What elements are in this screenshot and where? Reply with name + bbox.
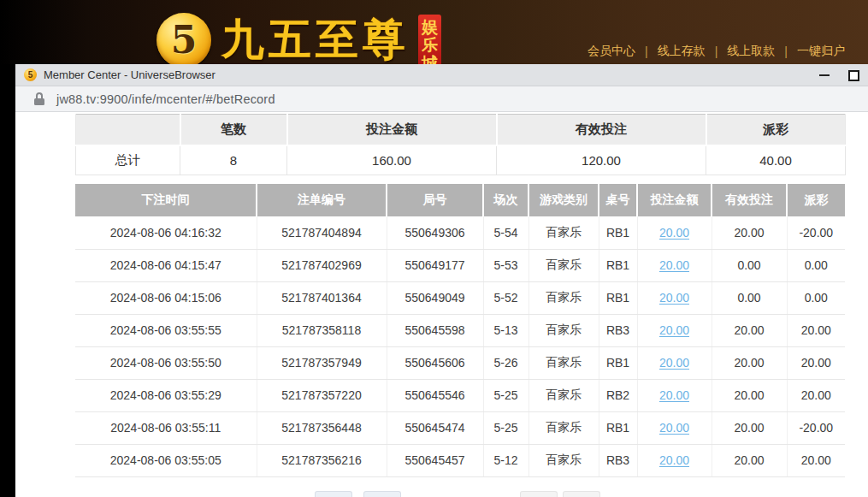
cell-bet-id: 521787402969 bbox=[257, 249, 387, 281]
bet-amount-link[interactable]: 20.00 bbox=[659, 388, 689, 402]
column-header-session: 场次 bbox=[483, 184, 528, 216]
cell-game-type: 百家乐 bbox=[528, 346, 599, 379]
cell-table-no: RB1 bbox=[599, 346, 637, 379]
nav-item[interactable]: 一键归户 bbox=[797, 44, 845, 59]
bet-table-body: 2024-08-06 04:16:32521787404894550649306… bbox=[75, 216, 845, 476]
nav-item[interactable]: 会员中心 bbox=[588, 44, 635, 59]
cell-bet-time: 2024-08-06 03:55:55 bbox=[75, 314, 257, 346]
cell-payout: -20.00 bbox=[787, 216, 845, 249]
minimize-button[interactable] bbox=[810, 64, 839, 86]
bet-amount-link[interactable]: 20.00 bbox=[659, 453, 689, 467]
summary-total-label: 总计 bbox=[76, 145, 180, 175]
pagination-button-1[interactable] bbox=[315, 491, 352, 497]
cell-session: 5-52 bbox=[483, 281, 528, 314]
maximize-button[interactable] bbox=[839, 64, 868, 86]
cell-table-no: RB1 bbox=[599, 281, 637, 314]
cell-bet-id: 521787404894 bbox=[257, 216, 387, 249]
cell-payout: -20.00 bbox=[787, 411, 845, 444]
bet-row: 2024-08-06 04:15:47521787402969550649177… bbox=[75, 249, 845, 281]
cell-valid-bet: 20.00 bbox=[712, 379, 787, 411]
cell-round-id: 550645474 bbox=[387, 411, 483, 444]
cell-valid-bet: 20.00 bbox=[712, 444, 787, 476]
url-text[interactable]: jw88.tv:9900/infe/mcenter/#/betRecord bbox=[56, 92, 275, 106]
nav-separator: | bbox=[784, 44, 788, 58]
bet-amount-link[interactable]: 20.00 bbox=[659, 291, 689, 305]
cell-table-no: RB3 bbox=[599, 444, 637, 476]
lock-icon bbox=[34, 92, 44, 105]
browser-window: 5 Member Center - UniverseBrowser jw88.t… bbox=[15, 64, 868, 497]
summary-header-valid-bet: 有效投注 bbox=[497, 115, 706, 145]
cell-bet-amount: 20.00 bbox=[637, 281, 712, 314]
window-title: Member Center - UniverseBrowser bbox=[44, 68, 216, 81]
cell-session: 5-25 bbox=[483, 411, 528, 444]
cell-game-type: 百家乐 bbox=[528, 249, 599, 281]
bet-amount-link[interactable]: 20.00 bbox=[659, 258, 689, 272]
cell-bet-id: 521787357220 bbox=[257, 379, 387, 411]
bet-row: 2024-08-06 03:55:11521787356448550645474… bbox=[75, 411, 845, 444]
cell-session: 5-53 bbox=[483, 249, 528, 281]
cell-game-type: 百家乐 bbox=[528, 216, 599, 249]
cell-valid-bet: 20.00 bbox=[712, 216, 787, 249]
bet-row: 2024-08-06 03:55:05521787356216550645457… bbox=[75, 444, 845, 476]
column-header-round-id: 局号 bbox=[387, 184, 483, 216]
pagination-button-3[interactable] bbox=[520, 491, 558, 497]
nav-item[interactable]: 线上取款 bbox=[727, 44, 775, 59]
cell-bet-amount: 20.00 bbox=[637, 346, 712, 379]
app-icon: 5 bbox=[24, 68, 37, 81]
cell-bet-amount: 20.00 bbox=[637, 249, 712, 281]
cell-bet-amount: 20.00 bbox=[637, 444, 712, 476]
column-header-bet-amount: 投注金额 bbox=[637, 184, 712, 216]
cell-game-type: 百家乐 bbox=[528, 444, 599, 476]
cell-payout: 20.00 bbox=[787, 379, 845, 411]
cell-session: 5-25 bbox=[483, 379, 528, 411]
cell-game-type: 百家乐 bbox=[528, 379, 599, 411]
badge-char: 娱 bbox=[422, 18, 438, 36]
cell-bet-id: 521787356448 bbox=[257, 411, 387, 444]
cell-bet-time: 2024-08-06 04:15:06 bbox=[75, 281, 257, 314]
cell-game-type: 百家乐 bbox=[528, 281, 599, 314]
badge-char: 乐 bbox=[422, 36, 438, 54]
cell-payout: 20.00 bbox=[787, 444, 845, 476]
minimize-icon bbox=[819, 74, 830, 76]
cell-bet-time: 2024-08-06 04:16:32 bbox=[75, 216, 257, 249]
cell-round-id: 550649177 bbox=[387, 249, 483, 281]
maximize-icon bbox=[848, 70, 859, 81]
bet-row: 2024-08-06 03:55:50521787357949550645606… bbox=[75, 346, 845, 379]
summary-header-count: 笔数 bbox=[180, 115, 287, 145]
cell-table-no: RB3 bbox=[599, 314, 637, 346]
cell-game-type: 百家乐 bbox=[528, 411, 599, 444]
cell-bet-time: 2024-08-06 03:55:50 bbox=[75, 346, 257, 379]
nav-item[interactable]: 线上存款 bbox=[658, 44, 706, 59]
summary-header-empty bbox=[76, 115, 180, 145]
cell-round-id: 550649049 bbox=[387, 281, 483, 314]
url-bar[interactable]: jw88.tv:9900/infe/mcenter/#/betRecord bbox=[15, 86, 868, 112]
cell-bet-id: 521787357949 bbox=[257, 346, 387, 379]
cell-round-id: 550645606 bbox=[387, 346, 483, 379]
summary-total-count: 8 bbox=[180, 145, 287, 175]
column-header-payout: 派彩 bbox=[787, 184, 845, 216]
site-title: 九五至尊 bbox=[221, 11, 410, 68]
pagination-button-2[interactable] bbox=[363, 491, 401, 497]
pagination-button-4[interactable] bbox=[563, 491, 600, 497]
summary-header-bet-amount: 投注金额 bbox=[287, 115, 497, 145]
summary-total-payout: 40.00 bbox=[706, 145, 846, 175]
cell-valid-bet: 20.00 bbox=[712, 346, 787, 379]
summary-total-valid-bet: 120.00 bbox=[497, 145, 706, 175]
cell-payout: 20.00 bbox=[787, 314, 845, 346]
window-titlebar[interactable]: 5 Member Center - UniverseBrowser bbox=[15, 64, 868, 86]
column-header-valid-bet: 有效投注 bbox=[712, 184, 787, 216]
bet-row: 2024-08-06 04:16:32521787404894550649306… bbox=[75, 216, 845, 249]
bet-amount-link[interactable]: 20.00 bbox=[659, 226, 689, 240]
bet-amount-link[interactable]: 20.00 bbox=[659, 323, 689, 337]
cell-valid-bet: 20.00 bbox=[712, 411, 787, 444]
site-header: 5 九五至尊 娱 乐 城 会员中心|线上存款|线上取款|一键归户 bbox=[0, 0, 868, 64]
cell-session: 5-26 bbox=[483, 346, 528, 379]
cell-session: 5-54 bbox=[483, 216, 528, 249]
bet-amount-link[interactable]: 20.00 bbox=[659, 356, 689, 370]
cell-round-id: 550645546 bbox=[387, 379, 483, 411]
site-nav: 会员中心|线上存款|线上取款|一键归户 bbox=[588, 44, 845, 59]
coin-logo-symbol: 5 bbox=[171, 18, 198, 62]
cell-table-no: RB1 bbox=[599, 249, 637, 281]
cell-session: 5-13 bbox=[483, 314, 528, 346]
bet-amount-link[interactable]: 20.00 bbox=[659, 421, 689, 435]
